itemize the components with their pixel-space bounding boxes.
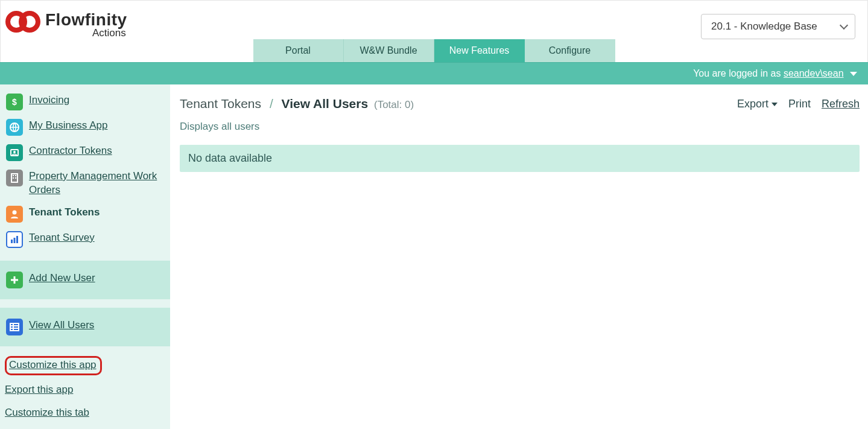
globe-icon xyxy=(6,119,23,136)
sidebar-item-label: Tenant Tokens xyxy=(29,206,100,220)
login-prefix: You are logged in as xyxy=(693,68,784,78)
sidebar-item-label: Property Management Work Orders xyxy=(29,170,164,197)
sidebar-item-label: Contractor Tokens xyxy=(29,144,112,158)
workspace: $ Invoicing My Business App Contractor T… xyxy=(0,84,868,429)
logo: Flowfinity Actions xyxy=(5,7,127,39)
sidebar-item-mybusiness[interactable]: My Business App xyxy=(0,115,170,140)
sidebar: $ Invoicing My Business App Contractor T… xyxy=(0,84,170,429)
kb-select-wrap[interactable]: 20.1 - Knowledge Base xyxy=(701,14,855,39)
empty-banner: No data available xyxy=(180,145,860,172)
plus-icon xyxy=(6,272,23,288)
svg-rect-13 xyxy=(14,238,16,243)
svg-rect-7 xyxy=(13,175,14,176)
svg-text:$: $ xyxy=(12,97,17,107)
sidebar-item-tenant-tokens[interactable]: Tenant Tokens xyxy=(0,202,170,227)
login-user[interactable]: seandev\sean xyxy=(784,68,844,78)
content: Tenant Tokens / View All Users (Total: 0… xyxy=(170,84,868,429)
sidebar-add-user[interactable]: Add New User xyxy=(0,269,170,291)
table-icon xyxy=(6,319,23,335)
sidebar-links: Customize this app Export this app Custo… xyxy=(0,346,170,429)
sidebar-item-invoicing[interactable]: $ Invoicing xyxy=(0,89,170,115)
svg-rect-12 xyxy=(11,240,13,243)
svg-rect-9 xyxy=(13,177,14,179)
breadcrumb-total: (Total: 0) xyxy=(374,99,414,110)
breadcrumb-row: Tenant Tokens / View All Users (Total: 0… xyxy=(180,97,860,111)
svg-rect-8 xyxy=(15,175,16,176)
svg-rect-10 xyxy=(15,177,16,179)
customize-tab-link[interactable]: Customize this tab xyxy=(5,407,89,419)
chart-icon xyxy=(6,231,23,248)
sidebar-view-all-users[interactable]: View All Users xyxy=(0,316,170,338)
svg-rect-14 xyxy=(16,236,18,243)
tab-ww-bundle[interactable]: W&W Bundle xyxy=(344,39,434,62)
sidebar-apps: $ Invoicing My Business App Contractor T… xyxy=(0,84,170,258)
tab-configure[interactable]: Configure xyxy=(525,39,615,62)
tab-new-features[interactable]: New Features xyxy=(434,39,525,62)
export-app-link[interactable]: Export this app xyxy=(5,384,73,396)
login-bar: You are logged in as seandev\sean xyxy=(0,62,868,84)
svg-point-5 xyxy=(13,151,16,153)
svg-point-11 xyxy=(13,210,17,214)
logo-icon xyxy=(5,10,43,33)
dollar-icon: $ xyxy=(6,94,23,110)
caret-down-icon[interactable] xyxy=(850,72,857,76)
breadcrumb: Tenant Tokens / View All Users (Total: 0… xyxy=(180,97,414,111)
id-icon xyxy=(6,144,23,161)
person-icon xyxy=(6,206,23,223)
sidebar-item-property[interactable]: Property Management Work Orders xyxy=(0,165,170,202)
export-button[interactable]: Export xyxy=(737,98,778,110)
page-actions: Export Print Refresh xyxy=(737,98,860,110)
sidebar-item-label: My Business App xyxy=(29,119,107,133)
sidebar-item-contractor[interactable]: Contractor Tokens xyxy=(0,140,170,165)
sidebar-item-label: Add New User xyxy=(29,272,95,285)
nav-tabs: Portal W&W Bundle New Features Configure xyxy=(0,39,868,62)
customize-app-highlight: Customize this app xyxy=(5,356,102,375)
sidebar-item-label: View All Users xyxy=(29,319,94,332)
print-button[interactable]: Print xyxy=(788,98,811,110)
sidebar-view-block: View All Users xyxy=(0,308,170,346)
refresh-button[interactable]: Refresh xyxy=(822,98,860,110)
header: Flowfinity Actions 20.1 - Knowledge Base xyxy=(0,0,868,39)
customize-app-link[interactable]: Customize this app xyxy=(9,359,97,371)
building-icon xyxy=(6,170,23,186)
svg-rect-6 xyxy=(11,174,17,182)
page-subtitle: Displays all users xyxy=(180,121,860,133)
sidebar-item-tenant-survey[interactable]: Tenant Survey xyxy=(0,227,170,252)
sidebar-item-label: Invoicing xyxy=(29,94,69,107)
logo-sub: Actions xyxy=(45,27,126,39)
tab-portal[interactable]: Portal xyxy=(253,39,344,62)
sidebar-add-block: Add New User xyxy=(0,261,170,299)
breadcrumb-root[interactable]: Tenant Tokens xyxy=(180,97,261,110)
breadcrumb-current: View All Users xyxy=(282,97,369,110)
sidebar-item-label: Tenant Survey xyxy=(29,231,95,245)
svg-rect-15 xyxy=(10,323,19,331)
breadcrumb-sep: / xyxy=(270,97,273,110)
kb-select[interactable]: 20.1 - Knowledge Base xyxy=(701,14,855,39)
